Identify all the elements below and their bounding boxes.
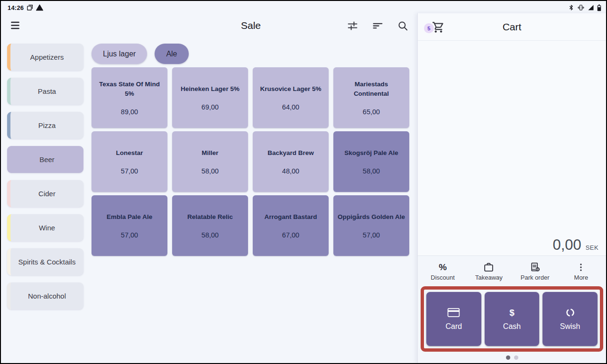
sidebar-item-non-alcohol[interactable]: Non-alcohol: [7, 282, 83, 309]
product-price: 89,00: [121, 108, 138, 116]
product-price: 57,00: [121, 231, 138, 239]
product-tile[interactable]: Krusovice Lager 5%64,00: [253, 67, 329, 128]
product-name: Oppigårds Golden Ale: [338, 212, 405, 222]
sidebar-item-pasta[interactable]: Pasta: [7, 78, 83, 105]
action-label: Park order: [521, 274, 550, 281]
payment-label: Cash: [503, 322, 521, 331]
app-frame: 14:26: [0, 0, 607, 364]
cart-panel: 5 Cart 0,00 SEK % Discount: [417, 13, 606, 363]
category-label: Beer: [39, 155, 55, 164]
payment-label: Swish: [560, 322, 580, 331]
product-name: Relatable Relic: [187, 212, 233, 222]
product-price: 58,00: [202, 231, 219, 239]
bluetooth-icon: [568, 4, 574, 11]
action-label: Discount: [431, 274, 455, 281]
menu-icon[interactable]: [11, 21, 21, 31]
sort-icon[interactable]: [372, 20, 384, 34]
sidebar-item-beer[interactable]: Beer: [7, 146, 83, 173]
filter-chips: Ljus lager Ale: [92, 44, 417, 64]
cart-body: 0,00 SEK: [418, 41, 606, 255]
product-name: Backyard Brew: [267, 148, 314, 158]
swish-payment-button[interactable]: Swish: [543, 292, 598, 346]
payment-label: Card: [445, 322, 462, 331]
action-label: Takeaway: [475, 274, 503, 281]
sidebar-item-cider[interactable]: Cider: [7, 180, 83, 207]
payment-pagination: [420, 352, 604, 363]
cart-header: 5 Cart: [418, 13, 606, 41]
category-label: Pizza: [38, 121, 56, 129]
more-dots-icon: [576, 261, 586, 273]
total-amount: 0,00: [552, 237, 581, 254]
takeaway-bag-icon: [483, 261, 495, 273]
product-tile[interactable]: Heineken Lager 5%69,00: [172, 67, 248, 128]
product-tile[interactable]: Lonestar57,00: [92, 131, 167, 192]
shopping-cart-icon: [432, 21, 445, 36]
product-price: 48,00: [282, 167, 299, 175]
sidebar-item-appetizers[interactable]: Appetizers: [7, 44, 83, 71]
card-icon: [447, 308, 460, 318]
status-bar: 14:26: [1, 1, 606, 13]
cart-footer: % Discount Takeaway Park order: [418, 255, 606, 363]
percent-icon: %: [439, 261, 447, 273]
cash-icon: $: [509, 308, 515, 318]
product-price: 64,00: [282, 103, 299, 111]
cart-button[interactable]: 5: [424, 21, 445, 36]
chip-label: Ljus lager: [103, 50, 136, 58]
chip-ale[interactable]: Ale: [155, 44, 188, 64]
payment-row: Card $ Cash Swish: [426, 292, 598, 346]
pagination-dot-active[interactable]: [506, 355, 510, 360]
product-name: Skogsröj Pale Ale: [344, 148, 398, 158]
product-tile[interactable]: Relatable Relic58,00: [172, 195, 248, 256]
category-label: Cider: [38, 190, 55, 198]
product-tile[interactable]: Embla Pale Ale57,00: [92, 195, 167, 256]
cart-total: 0,00 SEK: [552, 237, 598, 254]
product-name: Krusovice Lager 5%: [260, 84, 321, 94]
product-name: Embla Pale Ale: [107, 212, 152, 222]
product-price: 58,00: [202, 167, 219, 175]
search-icon[interactable]: [397, 20, 409, 34]
product-tile[interactable]: Backyard Brew48,00: [253, 131, 329, 192]
product-price: 58,00: [363, 167, 380, 175]
cash-payment-button[interactable]: $ Cash: [485, 292, 540, 346]
category-label: Non-alcohol: [28, 292, 66, 300]
takeaway-button[interactable]: Takeaway: [466, 261, 512, 281]
discount-button[interactable]: % Discount: [420, 261, 466, 281]
more-button[interactable]: More: [558, 261, 604, 281]
product-tile[interactable]: Texas State Of Mind 5%89,00: [92, 67, 167, 128]
filter-icon[interactable]: [347, 20, 359, 34]
sidebar-item-pizza[interactable]: Pizza: [7, 112, 83, 139]
product-tile[interactable]: Miller58,00: [172, 131, 248, 192]
park-order-button[interactable]: Park order: [512, 261, 558, 281]
product-name: Arrogant Bastard: [264, 212, 317, 222]
warning-icon: [36, 4, 43, 11]
product-tile[interactable]: Skogsröj Pale Ale58,00: [333, 131, 409, 192]
category-label: Appetizers: [30, 53, 64, 61]
cart-count-badge: 5: [424, 23, 434, 33]
category-label: Pasta: [38, 87, 56, 95]
product-area: Ljus lager Ale Texas State Of Mind 5%89,…: [83, 44, 417, 363]
sidebar-item-wine[interactable]: Wine: [7, 214, 83, 241]
product-name: Lonestar: [116, 148, 143, 158]
category-label: Wine: [39, 224, 55, 232]
overlapping-pages-icon: [27, 4, 33, 11]
card-payment-button[interactable]: Card: [426, 292, 481, 346]
product-tile[interactable]: Oppigårds Golden Ale57,00: [333, 195, 409, 256]
chip-ljus-lager[interactable]: Ljus lager: [92, 44, 147, 64]
product-price: 57,00: [363, 231, 380, 239]
product-name: Mariestads Continental: [338, 80, 405, 99]
product-price: 65,00: [363, 108, 380, 116]
product-price: 67,00: [282, 231, 299, 239]
category-label: Spirits & Cocktails: [18, 258, 76, 266]
sale-header: Sale: [1, 13, 417, 38]
sidebar-item-spirits-cocktails[interactable]: Spirits & Cocktails: [7, 248, 83, 275]
category-sidebar: Appetizers Pasta Pizza Beer Cider Wine S…: [7, 44, 83, 363]
chip-label: Ale: [166, 50, 177, 58]
park-order-icon: [529, 261, 541, 273]
product-name: Heineken Lager 5%: [181, 84, 239, 94]
product-tile[interactable]: Mariestads Continental65,00: [333, 67, 409, 128]
product-tile[interactable]: Arrogant Bastard67,00: [253, 195, 329, 256]
pagination-dot-inactive[interactable]: [514, 355, 518, 360]
cart-title: Cart: [418, 21, 606, 33]
action-label: More: [574, 274, 589, 281]
total-currency: SEK: [586, 244, 598, 251]
